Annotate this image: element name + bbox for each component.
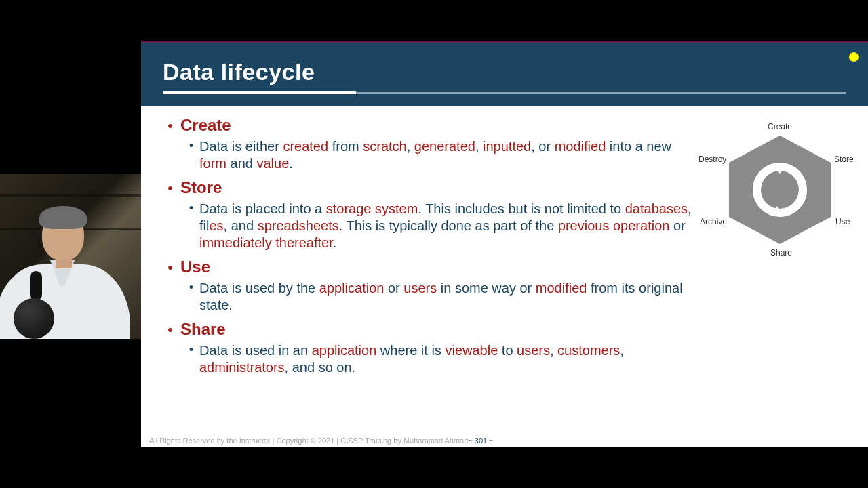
slide-content: • Create • Data is either created from s…	[141, 106, 868, 413]
bullet-icon: •	[160, 179, 180, 198]
slide-footer: All Rights Reserved by the Instructor | …	[149, 436, 860, 445]
microphone-icon	[14, 298, 54, 339]
title-underline	[163, 92, 846, 94]
section-use: • Use • Data is used by the application …	[160, 257, 705, 314]
subbullet-icon: •	[183, 342, 199, 376]
section-create: • Create • Data is either created from s…	[160, 115, 705, 172]
hexagon-cycle-icon	[729, 136, 831, 244]
hex-label: Archive	[700, 217, 727, 226]
section-title: Use	[180, 257, 210, 277]
subbullet-icon: •	[183, 280, 199, 314]
hex-label: Store	[834, 155, 854, 164]
section-body: Data is placed into a storage system. Th…	[199, 201, 705, 251]
hex-label: Use	[835, 217, 850, 226]
section-title: Share	[180, 319, 226, 340]
svg-marker-0	[729, 136, 831, 244]
section-body: Data is used by the application or users…	[199, 280, 705, 314]
section-share: • Share • Data is used in an application…	[160, 319, 705, 376]
section-title: Create	[180, 115, 231, 136]
slide: Data lifecycle • Create • Data is either…	[141, 41, 868, 447]
section-body: Data is used in an application where it …	[199, 342, 705, 376]
page-number: ~ 301 ~	[468, 436, 493, 445]
hex-label: Destroy	[698, 155, 726, 164]
slide-header: Data lifecycle	[141, 41, 868, 106]
bullet-icon: •	[160, 258, 180, 277]
presenter-webcam	[0, 174, 141, 339]
hex-label: Create	[768, 122, 792, 131]
microphone-icon	[30, 271, 42, 301]
section-store: • Store • Data is placed into a storage …	[160, 178, 705, 251]
copyright-text: All Rights Reserved by the Instructor | …	[149, 436, 468, 445]
subbullet-icon: •	[183, 201, 199, 251]
bullet-icon: •	[160, 117, 180, 136]
laser-pointer-dot	[849, 52, 859, 62]
bullet-icon: •	[160, 321, 180, 340]
text-column: • Create • Data is either created from s…	[160, 115, 705, 413]
slide-title: Data lifecycle	[163, 59, 846, 85]
subbullet-icon: •	[183, 138, 199, 172]
lifecycle-diagram: Create Store Use Share Archive Destroy	[705, 122, 854, 413]
section-body: Data is either created from scratch, gen…	[199, 138, 705, 172]
section-title: Store	[180, 178, 222, 198]
hex-label: Share	[770, 248, 792, 258]
